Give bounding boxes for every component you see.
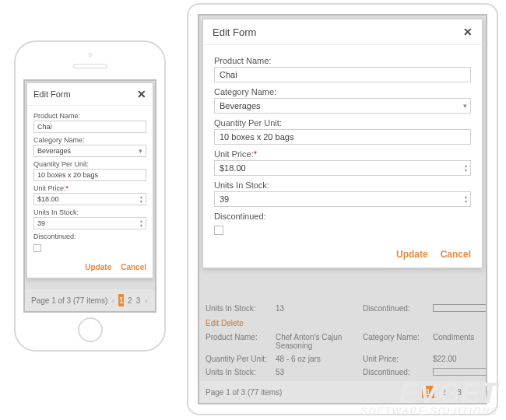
- category-name-value: Beverages: [220, 101, 261, 110]
- category-name-dropdown[interactable]: Beverages▾: [33, 145, 146, 157]
- discontinued-label: Discontinued:: [33, 233, 146, 240]
- pager-prev-icon[interactable]: ‹: [111, 295, 115, 306]
- bg-cell: [433, 368, 480, 377]
- bg-cell: Chef Anton's Cajun Seasoning: [276, 333, 363, 350]
- discontinued-checkbox[interactable]: [214, 226, 223, 235]
- modal-body: Product Name: Chai Category Name: Bevera…: [27, 106, 153, 257]
- bg-cell: 13: [276, 304, 363, 313]
- unit-price-stepper[interactable]: $18.00▴▾: [214, 160, 471, 176]
- bg-cell: 53: [276, 368, 363, 377]
- unit-price-value: $18.00: [220, 163, 246, 173]
- bg-cell: [433, 304, 480, 313]
- qty-per-unit-input[interactable]: 10 boxes x 20 bags: [33, 169, 146, 181]
- product-name-value: Chai: [220, 70, 237, 79]
- bg-cell: Discontinued:: [363, 368, 433, 377]
- pager-prev-icon[interactable]: ‹: [408, 387, 419, 397]
- discontinued-checkbox[interactable]: [33, 244, 41, 252]
- tablet-screen: Units In Stock: 13 Discontinued: Edit De…: [198, 14, 487, 404]
- close-icon[interactable]: ✕: [463, 26, 473, 38]
- qty-per-unit-label: Quantity Per Unit:: [214, 118, 471, 128]
- cancel-button[interactable]: Cancel: [441, 249, 471, 260]
- unit-price-label: Unit Price:*: [33, 184, 146, 192]
- qty-per-unit-value: 10 boxes x 20 bags: [37, 171, 98, 179]
- edit-delete-links: Edit Delete: [199, 316, 486, 331]
- bg-row: Units In Stock: 13 Discontinued:: [199, 302, 486, 316]
- spin-icon: ▴▾: [465, 194, 467, 204]
- phone-device-frame: Edit Delete Page 1 of 3 (77 items) ‹ 1 2…: [14, 40, 166, 352]
- pager-page-1[interactable]: 1: [118, 294, 124, 306]
- modal-header: Edit Form ✕: [27, 83, 153, 106]
- pager-next-icon[interactable]: ›: [469, 387, 480, 397]
- product-name-label: Product Name:: [214, 56, 471, 65]
- product-name-label: Product Name:: [33, 112, 146, 120]
- edit-form-modal: Edit Form ✕ Product Name: Chai Category …: [26, 82, 153, 278]
- checkbox-icon: [433, 368, 487, 376]
- unit-price-label: Unit Price:*: [214, 149, 471, 159]
- pager-label: Page 1 of 3 (77 items): [31, 296, 107, 305]
- product-name-input[interactable]: Chai: [214, 67, 471, 82]
- close-icon[interactable]: ✕: [137, 88, 146, 100]
- phone-camera: [88, 53, 92, 57]
- pager: Page 1 of 3 (77 items) ‹ 1 2 3 ›: [199, 381, 486, 403]
- bg-row: Product Name: Chef Anton's Cajun Seasoni…: [199, 331, 486, 352]
- qty-per-unit-input[interactable]: 10 boxes x 20 bags: [214, 129, 471, 145]
- units-in-stock-value: 39: [37, 219, 45, 227]
- spin-icon: ▴▾: [140, 194, 142, 204]
- category-name-dropdown[interactable]: Beverages▾: [214, 98, 471, 114]
- category-name-label: Category Name:: [33, 136, 146, 144]
- phone-speaker: [73, 64, 107, 68]
- modal-title: Edit Form: [33, 89, 71, 99]
- qty-per-unit-value: 10 boxes x 20 bags: [220, 132, 293, 142]
- bg-cell: Condiments: [433, 333, 480, 350]
- unit-price-stepper[interactable]: $18.00▴▾: [33, 193, 146, 205]
- pager-label: Page 1 of 3 (77 items): [206, 388, 282, 397]
- phone-screen: Edit Delete Page 1 of 3 (77 items) ‹ 1 2…: [23, 79, 156, 313]
- bg-row: Units In Stock: 53 Discontinued:: [199, 366, 486, 380]
- checkbox-icon: [433, 304, 487, 312]
- modal-header: Edit Form ✕: [203, 19, 482, 45]
- category-name-label: Category Name:: [214, 87, 471, 96]
- unit-price-value: $18.00: [37, 195, 59, 203]
- chevron-down-icon: ▾: [463, 103, 467, 110]
- bg-cell: Category Name:: [363, 333, 433, 350]
- update-button[interactable]: Update: [396, 249, 428, 260]
- bg-cell: Product Name:: [206, 333, 276, 350]
- bg-cell: 48 - 6 oz jars: [276, 355, 363, 363]
- pager-page-1[interactable]: 1: [422, 386, 434, 398]
- required-marker: *: [66, 184, 69, 192]
- bg-cell: $22.00: [433, 355, 480, 363]
- units-in-stock-label: Units In Stock:: [214, 180, 471, 190]
- tablet-device-frame: Units In Stock: 13 Discontinued: Edit De…: [187, 3, 498, 415]
- pager-page-3[interactable]: 3: [135, 294, 141, 306]
- category-name-value: Beverages: [37, 147, 71, 155]
- modal-footer: Update Cancel: [203, 241, 482, 268]
- bg-cell: Unit Price:: [363, 355, 433, 363]
- units-in-stock-stepper[interactable]: 39▴▾: [214, 191, 471, 207]
- required-marker: *: [254, 149, 257, 159]
- discontinued-label: Discontinued:: [214, 212, 471, 221]
- bg-cell: Units In Stock:: [206, 304, 276, 313]
- modal-body: Product Name: Chai Category Name: Bevera…: [203, 45, 482, 241]
- pager-page-2[interactable]: 2: [127, 294, 132, 306]
- units-in-stock-stepper[interactable]: 39▴▾: [33, 217, 146, 229]
- units-in-stock-value: 39: [220, 194, 229, 204]
- pager: Page 1 of 3 (77 items) ‹ 1 2 3 ›: [25, 289, 155, 311]
- product-name-value: Chai: [37, 123, 52, 131]
- cancel-button[interactable]: Cancel: [121, 263, 146, 271]
- edit-form-modal: Edit Form ✕ Product Name: Chai Category …: [202, 19, 483, 268]
- qty-per-unit-label: Quantity Per Unit:: [33, 160, 146, 168]
- modal-footer: Update Cancel: [27, 257, 153, 278]
- spin-icon: ▴▾: [465, 163, 467, 173]
- pager-page-2[interactable]: 2: [437, 386, 450, 398]
- modal-title: Edit Form: [213, 26, 256, 38]
- product-name-input[interactable]: Chai: [33, 121, 146, 133]
- phone-home-button: [78, 317, 103, 342]
- bg-cell: Units In Stock:: [206, 368, 276, 377]
- update-button[interactable]: Update: [85, 263, 111, 271]
- pager-page-3[interactable]: 3: [453, 386, 466, 398]
- units-in-stock-label: Units In Stock:: [33, 208, 146, 216]
- chevron-down-icon: ▾: [139, 148, 142, 155]
- spin-icon: ▴▾: [140, 219, 142, 228]
- pager-next-icon[interactable]: ›: [144, 295, 149, 306]
- bg-cell: Quantity Per Unit:: [206, 355, 276, 363]
